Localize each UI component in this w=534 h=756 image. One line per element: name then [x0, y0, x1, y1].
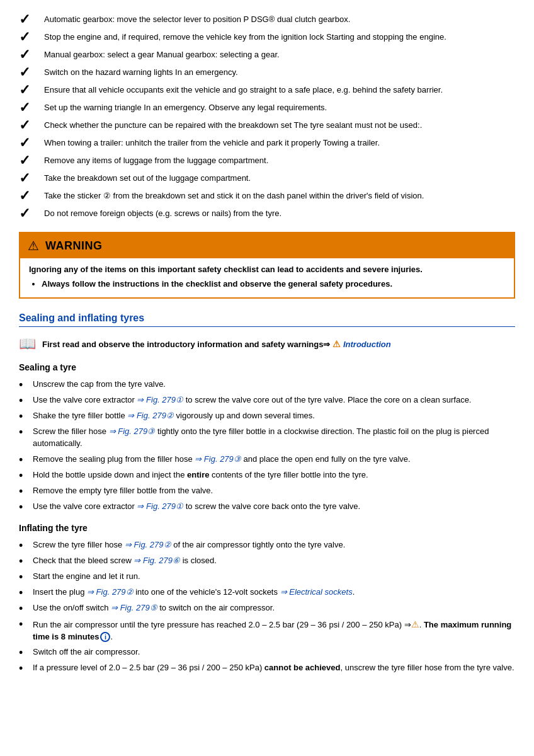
- bullet-dot: •: [19, 470, 29, 481]
- item-text: Remove the sealing plug from the filler …: [33, 454, 411, 466]
- bullet-dot: •: [19, 501, 29, 513]
- checklist-item: ✓ Remove any items of luggage from the l…: [19, 154, 515, 168]
- checkmark-icon: ✓: [19, 171, 38, 185]
- fig-link-electrical[interactable]: ⇒ Electrical sockets: [280, 587, 353, 597]
- list-item: • Switch off the air compressor.: [19, 646, 515, 658]
- checklist-item: ✓ Switch on the hazard warning lights In…: [19, 66, 515, 79]
- fig-link[interactable]: ⇒ Fig. 279①: [137, 501, 183, 511]
- checklist-item-text: Do not remove foreign objects (e.g. scre…: [44, 207, 281, 219]
- info-icon: i: [100, 632, 110, 642]
- fig-link[interactable]: ⇒ Fig. 279②: [87, 587, 134, 597]
- intro-link[interactable]: Introduction: [343, 340, 391, 349]
- fig-link[interactable]: ⇒ Fig. 279⑥: [134, 556, 180, 565]
- item-text: Use the on/off switch ⇒ Fig. 279⑤ to swi…: [33, 602, 275, 614]
- inflating-title: Inflating the tyre: [19, 523, 515, 533]
- checklist-item-text: When towing a trailer: unhitch the trail…: [44, 136, 380, 149]
- intro-warning-icon: ⚠: [332, 339, 343, 349]
- sealing-list: • Unscrew the cap from the tyre valve. •…: [19, 379, 515, 513]
- warning-header: ⚠ WARNING: [20, 233, 514, 258]
- checklist-item-text: Take the breakdown set out of the luggag…: [44, 171, 251, 184]
- bullet-dot: •: [19, 540, 29, 551]
- fig-link[interactable]: ⇒ Fig. 279②: [125, 540, 171, 549]
- bold-word: entire: [187, 470, 209, 479]
- bullet-dot: •: [19, 379, 29, 391]
- warning-body: Ignoring any of the items on this import…: [20, 258, 514, 297]
- fig-link[interactable]: ⇒ Fig. 279①: [137, 395, 183, 404]
- checklist-item-text: Ensure that all vehicle occupants exit t…: [44, 83, 443, 96]
- warning-bullet: Always follow the instructions in the ch…: [42, 279, 505, 289]
- item-text: Run the air compressor until the tyre pr…: [33, 618, 515, 643]
- list-item: • Screw the filler hose ⇒ Fig. 279③ tigh…: [19, 426, 515, 450]
- list-item: • Use the on/off switch ⇒ Fig. 279⑤ to s…: [19, 602, 515, 614]
- inflating-list: • Screw the tyre filler hose ⇒ Fig. 279②…: [19, 539, 515, 675]
- checklist-item-text: Stop the engine and, if required, remove…: [44, 30, 446, 43]
- fig-link[interactable]: ⇒ Fig. 279③: [109, 427, 156, 436]
- warning-box: ⚠ WARNING Ignoring any of the items on t…: [19, 232, 515, 299]
- checklist-item: ✓ When towing a trailer: unhitch the tra…: [19, 136, 515, 150]
- item-text: Use the valve core extractor ⇒ Fig. 279①…: [33, 394, 471, 406]
- checklist-item-text: Switch on the hazard warning lights In a…: [44, 66, 238, 78]
- list-item: • Use the valve core extractor ⇒ Fig. 27…: [19, 394, 515, 406]
- list-item: • Shake the tyre filler bottle ⇒ Fig. 27…: [19, 410, 515, 422]
- item-text: If a pressure level of 2.0 – 2.5 bar (29…: [33, 662, 514, 674]
- checklist-section: ✓ Automatic gearbox: move the selector l…: [19, 13, 515, 220]
- list-item: • If a pressure level of 2.0 – 2.5 bar (…: [19, 662, 515, 674]
- intro-text: First read and observe the introductory …: [42, 339, 391, 349]
- checkmark-icon: ✓: [19, 48, 38, 62]
- intro-notice: 📖 First read and observe the introductor…: [19, 336, 515, 352]
- item-text: Check that the bleed screw ⇒ Fig. 279⑥ i…: [33, 555, 217, 567]
- checklist-item: ✓ Manual gearbox: select a gear Manual g…: [19, 48, 515, 62]
- item-text: Screw the tyre filler hose ⇒ Fig. 279② o…: [33, 539, 345, 551]
- checklist-item-text: Take the sticker ② from the breakdown se…: [44, 189, 424, 202]
- checklist-item-text: Check whether the puncture can be repair…: [44, 118, 422, 131]
- list-item: • Check that the bleed screw ⇒ Fig. 279⑥…: [19, 555, 515, 567]
- section-title: Sealing and inflating tyres: [19, 312, 515, 327]
- item-text: Screw the filler hose ⇒ Fig. 279③ tightl…: [33, 426, 515, 450]
- item-text: Shake the tyre filler bottle ⇒ Fig. 279②…: [33, 410, 315, 422]
- intro-arrow: ⇒: [323, 340, 330, 349]
- list-item: • Use the valve core extractor ⇒ Fig. 27…: [19, 501, 515, 513]
- checklist-item-text: Manual gearbox: select a gear Manual gea…: [44, 48, 280, 60]
- bullet-dot: •: [19, 427, 29, 438]
- bullet-dot: •: [19, 486, 29, 497]
- checklist-item: ✓ Take the sticker ② from the breakdown …: [19, 189, 515, 203]
- bullet-dot: •: [19, 454, 29, 466]
- list-item: • Remove the sealing plug from the fille…: [19, 454, 515, 466]
- checklist-item: ✓ Do not remove foreign objects (e.g. sc…: [19, 207, 515, 220]
- checklist-item-text: Set up the warning triangle In an emerge…: [44, 101, 327, 113]
- fig-link[interactable]: ⇒ Fig. 279⑤: [111, 603, 157, 612]
- checklist-item-text: Automatic gearbox: move the selector lev…: [44, 13, 350, 25]
- checklist-item: ✓ Automatic gearbox: move the selector l…: [19, 13, 515, 26]
- item-text: Hold the bottle upside down and inject t…: [33, 469, 368, 481]
- item-text: Switch off the air compressor.: [33, 646, 140, 658]
- bullet-dot: •: [19, 603, 29, 614]
- item-text: Start the engine and let it run.: [33, 571, 140, 583]
- checkmark-icon: ✓: [19, 30, 38, 44]
- checklist-item: ✓ Stop the engine and, if required, remo…: [19, 30, 515, 44]
- bullet-dot: •: [19, 571, 29, 583]
- list-item: • Start the engine and let it run.: [19, 571, 515, 583]
- checkmark-icon: ✓: [19, 154, 38, 168]
- checkmark-icon: ✓: [19, 118, 38, 132]
- checklist-item: ✓ Ensure that all vehicle occupants exit…: [19, 83, 515, 97]
- list-item: • Hold the bottle upside down and inject…: [19, 469, 515, 481]
- fig-link[interactable]: ⇒ Fig. 279②: [127, 411, 174, 420]
- bullet-dot: •: [19, 556, 29, 567]
- item-text: Use the valve core extractor ⇒ Fig. 279①…: [33, 501, 360, 513]
- warning-title: WARNING: [45, 239, 103, 253]
- checkmark-icon: ✓: [19, 83, 38, 97]
- checklist-item: ✓ Set up the warning triangle In an emer…: [19, 101, 515, 115]
- bullet-dot: •: [19, 395, 29, 406]
- fig-link[interactable]: ⇒ Fig. 279③: [195, 454, 241, 464]
- book-icon: 📖: [19, 336, 36, 352]
- item-text: Remove the empty tyre filler bottle from…: [33, 485, 213, 497]
- item-text: Insert the plug ⇒ Fig. 279② into one of …: [33, 587, 355, 598]
- checkmark-icon: ✓: [19, 66, 38, 79]
- list-item: • Insert the plug ⇒ Fig. 279② into one o…: [19, 587, 515, 598]
- checkmark-icon: ✓: [19, 101, 38, 115]
- warning-inline-icon: ⚠: [411, 619, 419, 629]
- item-text: Unscrew the cap from the tyre valve.: [33, 379, 166, 391]
- sealing-title: Sealing a tyre: [19, 362, 515, 372]
- checklist-item-text: Remove any items of luggage from the lug…: [44, 154, 268, 166]
- warning-triangle-icon: ⚠: [28, 238, 39, 253]
